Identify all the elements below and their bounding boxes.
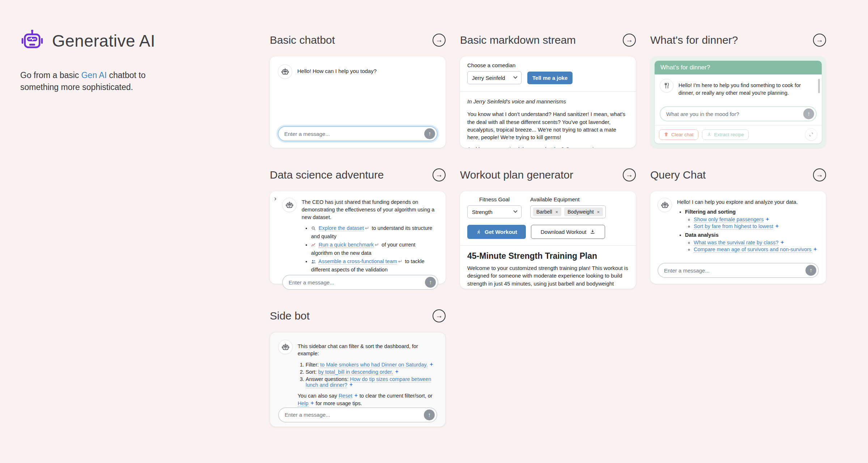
section-markdown-stream: Basic markdown stream → Choose a comedia…: [460, 33, 636, 148]
list-item: Explore the dataset↵ to understand its s…: [311, 225, 438, 240]
message-input[interactable]: [284, 131, 424, 137]
fitness-goal-select[interactable]: Strength: [467, 205, 522, 218]
return-key-icon: ↵: [365, 225, 369, 231]
filter-suggestion-link[interactable]: to Male smokers who had Dinner on Saturd…: [320, 362, 427, 368]
line-chart-icon: [311, 243, 316, 250]
chat-input: ↑: [282, 275, 438, 290]
help-link[interactable]: Help: [298, 400, 309, 407]
open-side-bot-button[interactable]: →: [433, 309, 446, 322]
examples-grid: Basic chatbot → Hello! How can I help yo…: [270, 33, 826, 427]
arrow-right-circle-icon: →: [626, 36, 633, 43]
get-workout-button[interactable]: Get Workout: [467, 225, 526, 239]
suggestion-link[interactable]: Show only female passengers: [694, 217, 763, 223]
arrow-right-circle-icon: →: [816, 171, 823, 178]
robot-logo-icon: [20, 28, 44, 53]
section-title: Basic chatbot: [270, 34, 335, 46]
remove-token-icon[interactable]: ×: [597, 209, 600, 215]
joke-text: You know what I don't understand? Hand s…: [467, 110, 629, 141]
open-query-chat-button[interactable]: →: [813, 168, 826, 181]
remove-token-icon[interactable]: ×: [556, 209, 558, 215]
plan-heading: 45-Minute Strength Training Plan: [467, 251, 629, 261]
open-data-science-button[interactable]: →: [433, 168, 446, 181]
sparkle-icon: [429, 363, 433, 366]
suggestion-link[interactable]: What was the survival rate by class?: [694, 240, 779, 246]
send-button[interactable]: ↑: [805, 265, 816, 276]
bot-message: Hello! How can I help you today?: [297, 64, 376, 75]
token-label: Barbell: [536, 209, 552, 215]
people-icon: [311, 259, 316, 266]
run-benchmark-link[interactable]: Run a quick benchmark: [319, 242, 374, 248]
send-button[interactable]: ↑: [803, 108, 814, 119]
clear-chat-button[interactable]: Clear chat: [659, 129, 698, 140]
dinner-panel-header: What's for dinner?: [655, 61, 822, 74]
section-title: What's for dinner?: [650, 34, 738, 46]
list-item: Assemble a cross-functional team↵ to tac…: [311, 258, 438, 273]
tagline-prefix: Go from a basic: [20, 70, 81, 80]
page-title: Generative AI: [52, 31, 155, 51]
expand-button[interactable]: [805, 128, 817, 141]
footer-text: You can also say: [298, 393, 339, 399]
side-bot-card: This sidebar chat can filter & sort the …: [270, 332, 446, 427]
section-side-bot: Side bot → This sidebar chat can filter …: [270, 308, 446, 427]
section-workout: Workout plan generator → Fitness Goal St…: [460, 167, 636, 289]
assemble-team-link[interactable]: Assemble a cross-functional team: [318, 258, 397, 265]
comedian-select[interactable]: Jerry Seinfeld: [467, 71, 522, 84]
open-markdown-stream-button[interactable]: →: [623, 34, 636, 47]
fitness-goal-value: Strength: [472, 209, 493, 215]
message-input[interactable]: [285, 412, 424, 418]
arrow-up-icon: ↑: [428, 412, 431, 418]
open-basic-chatbot-button[interactable]: →: [433, 34, 446, 47]
send-button[interactable]: ↑: [424, 128, 435, 139]
extract-recipe-button[interactable]: Extract recipe: [702, 129, 749, 140]
send-button[interactable]: ↑: [425, 277, 436, 288]
sparkle-icon: [780, 240, 784, 244]
tell-joke-button[interactable]: Tell me a joke: [527, 72, 573, 84]
section-query-chat: Query Chat → Hello! I can help you explo…: [650, 167, 826, 289]
arrow-right-circle-icon: →: [435, 36, 443, 43]
runner-icon: [476, 229, 481, 235]
mood-input[interactable]: [666, 111, 803, 117]
section-basic-chatbot: Basic chatbot → Hello! How can I help yo…: [270, 33, 446, 148]
download-icon: [590, 229, 595, 235]
magnifier-icon: [311, 226, 316, 233]
send-button[interactable]: ↑: [424, 410, 435, 420]
group-label: Filtering and sorting: [685, 209, 736, 215]
open-dinner-button[interactable]: →: [813, 34, 826, 47]
sparkle-icon: [765, 217, 769, 221]
robot-avatar-icon: [658, 198, 672, 212]
message-input[interactable]: [664, 267, 805, 274]
suggestion-link[interactable]: Sort by fare from highest to lowest: [694, 223, 773, 230]
query-chat-card: Hello! I can help you explore and analyz…: [650, 191, 826, 284]
sidebar-toggle-icon[interactable]: ›: [274, 195, 276, 202]
sort-suggestion-link[interactable]: by total_bill in descending order.: [318, 369, 393, 375]
message-input[interactable]: [289, 279, 425, 286]
list-item: Filter: to Male smokers who had Dinner o…: [306, 362, 437, 368]
basic-chatbot-card: Hello! How can I help you today? ↑: [270, 56, 446, 148]
suggestion-link[interactable]: Compare mean age of survivors and non-su…: [694, 246, 812, 253]
clear-chat-label: Clear chat: [671, 132, 694, 137]
sparkle-icon: [310, 401, 314, 405]
usage-tips: You can also say Reset to clear the curr…: [298, 392, 437, 407]
section-title: Workout plan generator: [460, 169, 573, 181]
intro-tagline: Go from a basic Gen AI chatbot to someth…: [20, 69, 179, 94]
gen-ai-link[interactable]: Gen AI: [81, 70, 107, 80]
robot-avatar-icon: [278, 64, 292, 79]
arrow-right-circle-icon: →: [626, 171, 633, 178]
download-workout-button[interactable]: Download Workout: [531, 225, 605, 239]
equipment-multiselect[interactable]: Barbell× Bodyweight×: [530, 205, 606, 218]
reset-link[interactable]: Reset: [339, 393, 352, 399]
explore-dataset-link[interactable]: Explore the dataset: [319, 225, 364, 231]
joke-style-line: In Jerry Seinfeld's voice and mannerisms: [467, 98, 629, 105]
bot-message: Hello! I'm here to help you find somethi…: [678, 79, 817, 97]
list-item: Show only female passengers: [694, 217, 817, 222]
open-workout-button[interactable]: →: [623, 168, 636, 181]
chevron-down-icon: [513, 75, 517, 79]
section-title: Basic markdown stream: [460, 34, 576, 46]
equipment-token: Bodyweight×: [564, 207, 603, 216]
clipped-text: And have you noticed the pump bottles? O…: [467, 145, 629, 148]
footer-text: to clear the current filter/sort, or: [358, 393, 433, 399]
scrollbar-thumb[interactable]: [818, 79, 820, 93]
chat-input: ↑: [658, 263, 819, 278]
chat-input: ↑: [660, 106, 817, 121]
sparkle-icon: [349, 383, 353, 387]
